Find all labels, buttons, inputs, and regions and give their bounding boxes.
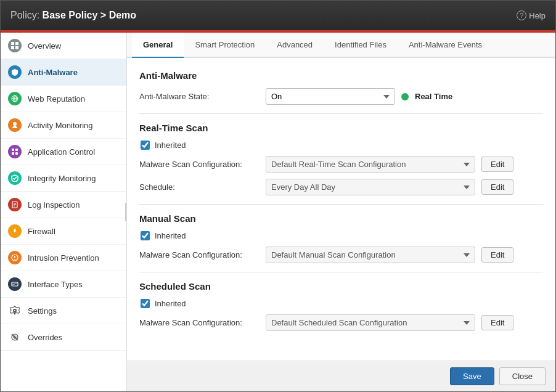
anti-malware-state-label: Anti-Malware State: — [139, 92, 260, 101]
content-panel: General Smart Protection Advanced Identi… — [127, 33, 555, 391]
svg-rect-12 — [15, 152, 18, 155]
svg-rect-0 — [11, 42, 14, 45]
divider-2 — [139, 204, 543, 205]
interface-types-icon — [8, 277, 22, 291]
manual-inherited-row: Inherited — [139, 231, 543, 240]
overview-icon — [8, 39, 22, 52]
sidebar-item-label: Overrides — [28, 333, 62, 342]
log-inspection-icon — [8, 198, 22, 211]
help-icon: ? — [517, 10, 526, 20]
section-anti-malware-title: Anti-Malware — [139, 70, 543, 81]
sidebar-item-overview[interactable]: Overview — [1, 33, 126, 59]
footer: Save Close — [127, 361, 555, 391]
scheduled-inherited-checkbox[interactable] — [141, 299, 150, 308]
manual-scan-config-select[interactable]: Default Manual Scan Configuration — [266, 247, 475, 263]
scheduled-scan-config-select[interactable]: Default Scheduled Scan Configuration — [266, 314, 475, 331]
sidebar-item-log-inspection[interactable]: Log Inspection — [1, 192, 126, 218]
svg-point-19 — [14, 259, 15, 260]
settings-icon — [8, 304, 22, 317]
section-scheduled-title: Scheduled Scan — [139, 281, 543, 292]
manual-scan-config-row: Malware Scan Configuration: Default Manu… — [139, 247, 543, 263]
realtime-inherited-row: Inherited — [139, 141, 543, 150]
activity-monitoring-icon — [8, 118, 22, 132]
sidebar-collapse-handle[interactable]: ◀ — [125, 203, 127, 221]
realtime-scan-config-select[interactable]: Default Real-Time Scan Configuration — [266, 156, 475, 173]
sidebar-item-label: Anti-Malware — [28, 68, 78, 77]
anti-malware-state-select[interactable]: On — [266, 88, 395, 105]
section-realtime-title: Real-Time Scan — [139, 123, 543, 133]
scheduled-scan-config-row: Malware Scan Configuration: Default Sche… — [139, 314, 543, 331]
form-content: Anti-Malware Anti-Malware State: On Real… — [127, 58, 555, 361]
header-title: Policy: Base Policy > Demo — [10, 10, 136, 21]
divider-3 — [139, 272, 543, 272]
sidebar-item-web-reputation[interactable]: Web Reputation — [1, 86, 126, 112]
scheduled-inherited-label: Inherited — [155, 299, 186, 308]
manual-inherited-label: Inherited — [155, 231, 186, 240]
manual-scan-config-edit-button[interactable]: Edit — [481, 247, 513, 263]
sidebar-item-overrides[interactable]: Overrides — [1, 324, 126, 351]
realtime-schedule-edit-button[interactable]: Edit — [481, 179, 513, 195]
manual-inherited-checkbox[interactable] — [141, 231, 150, 240]
realtime-inherited-checkbox[interactable] — [141, 141, 150, 150]
firewall-icon — [8, 224, 22, 238]
realtime-schedule-label: Schedule: — [139, 182, 260, 192]
realtime-scan-config-label: Malware Scan Configuration: — [139, 160, 260, 169]
sidebar-item-firewall[interactable]: Firewall — [1, 218, 126, 245]
sidebar-item-label: Integrity Monitoring — [28, 174, 96, 183]
close-button[interactable]: Close — [499, 367, 546, 385]
realtime-scan-config-row: Malware Scan Configuration: Default Real… — [139, 156, 543, 173]
svg-rect-9 — [12, 149, 14, 151]
help-button[interactable]: ? Help — [517, 10, 546, 20]
svg-point-8 — [13, 122, 17, 126]
tab-general[interactable]: General — [132, 33, 184, 58]
main-content: Overview Anti-Malware Web Reputation Act… — [1, 33, 555, 391]
sidebar-item-application-control[interactable]: Application Control — [1, 139, 126, 165]
sidebar-item-anti-malware[interactable]: Anti-Malware — [1, 59, 126, 86]
sidebar-item-label: Interface Types — [28, 280, 83, 289]
integrity-monitoring-icon — [8, 171, 22, 185]
sidebar-item-interface-types[interactable]: Interface Types — [1, 271, 126, 298]
intrusion-prevention-icon — [8, 251, 22, 264]
realtime-schedule-select[interactable]: Every Day All Day — [266, 179, 475, 195]
header: Policy: Base Policy > Demo ? Help — [1, 1, 555, 30]
scheduled-scan-config-label: Malware Scan Configuration: — [139, 318, 260, 327]
sidebar-item-label: Settings — [28, 306, 57, 316]
sidebar-item-intrusion-prevention[interactable]: Intrusion Prevention — [1, 245, 126, 271]
overrides-icon — [8, 330, 22, 344]
section-manual-title: Manual Scan — [139, 213, 543, 224]
sidebar-item-label: Web Reputation — [28, 94, 85, 104]
application-control-icon — [8, 145, 22, 158]
tab-identified-files[interactable]: Identified Files — [324, 33, 398, 58]
realtime-inherited-label: Inherited — [155, 141, 186, 150]
anti-malware-state-row: Anti-Malware State: On Real Time — [139, 88, 543, 105]
divider-1 — [139, 113, 543, 114]
scheduled-scan-config-edit-button[interactable]: Edit — [481, 315, 513, 330]
sidebar-item-label: Intrusion Prevention — [28, 253, 99, 263]
sidebar-item-integrity-monitoring[interactable]: Integrity Monitoring — [1, 165, 126, 192]
realtime-scan-config-edit-button[interactable]: Edit — [481, 157, 513, 172]
svg-rect-1 — [15, 42, 18, 45]
sidebar-item-label: Activity Monitoring — [28, 121, 92, 130]
sidebar-item-label: Application Control — [28, 147, 95, 157]
status-label: Real Time — [415, 92, 452, 101]
tab-anti-malware-events[interactable]: Anti-Malware Events — [398, 33, 493, 58]
sidebar-item-label: Log Inspection — [28, 200, 80, 210]
scheduled-inherited-row: Inherited — [139, 299, 543, 308]
save-button[interactable]: Save — [450, 367, 494, 385]
web-reputation-icon — [8, 92, 22, 105]
svg-rect-10 — [15, 149, 18, 151]
tab-advanced[interactable]: Advanced — [266, 33, 324, 58]
tabs-bar: General Smart Protection Advanced Identi… — [127, 33, 555, 58]
manual-scan-config-label: Malware Scan Configuration: — [139, 250, 260, 259]
sidebar-item-label: Overview — [28, 41, 61, 51]
realtime-schedule-row: Schedule: Every Day All Day Edit — [139, 179, 543, 195]
sidebar-item-settings[interactable]: Settings — [1, 298, 126, 324]
svg-rect-3 — [15, 46, 18, 49]
svg-rect-2 — [11, 46, 14, 49]
svg-rect-11 — [12, 152, 14, 155]
sidebar-item-label: Firewall — [28, 227, 55, 236]
tab-smart-protection[interactable]: Smart Protection — [184, 33, 266, 58]
sidebar-item-activity-monitoring[interactable]: Activity Monitoring — [1, 112, 126, 139]
status-dot — [401, 93, 409, 100]
anti-malware-icon — [8, 65, 22, 79]
